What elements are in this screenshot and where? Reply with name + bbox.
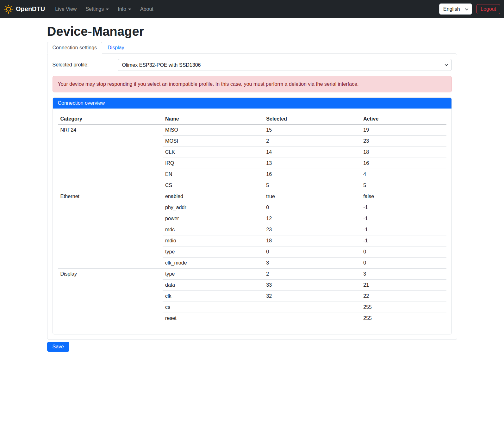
active-cell: 3 (361, 269, 446, 280)
profile-select[interactable]: Olimex ESP32-POE with SSD1306 (118, 59, 451, 71)
nav-item-label: Info (118, 6, 126, 12)
name-cell: data (163, 280, 264, 291)
brand-label: OpenDTU (16, 5, 45, 13)
selected-cell: 16 (264, 169, 361, 180)
name-cell: clk_mode (163, 258, 264, 269)
language-select[interactable]: English (439, 3, 472, 15)
nav-menu: Live ViewSettingsInfoAbout (51, 4, 158, 15)
selected-cell: 5 (264, 180, 361, 191)
sun-logo-icon (4, 4, 13, 14)
name-cell: reset (163, 313, 264, 324)
caret-down-icon (106, 9, 109, 10)
name-cell: IRQ (163, 158, 264, 169)
active-cell: 255 (361, 313, 446, 324)
language-select-wrap: English (439, 3, 472, 15)
selected-profile-label: Selected profile: (53, 62, 118, 68)
active-cell: 21 (361, 280, 446, 291)
active-cell: 0 (361, 246, 446, 258)
incompatible-profile-warning: Your device may stop responding if you s… (53, 76, 452, 92)
selected-cell: true (264, 191, 361, 202)
active-cell: 255 (361, 302, 446, 313)
name-cell: type (163, 269, 264, 280)
name-cell: mdio (163, 235, 264, 246)
selected-cell: 15 (264, 125, 361, 136)
main-container: Device-Manager Connection settings Displ… (43, 24, 461, 352)
table-header-row: Category Name Selected Active (58, 114, 446, 125)
nav-item-label: Live View (55, 6, 77, 12)
active-cell: 5 (361, 180, 446, 191)
selected-cell: 3 (264, 258, 361, 269)
selected-cell: 2 (264, 136, 361, 147)
tab-bar: Connection settings Display (47, 42, 457, 53)
column-header-name: Name (163, 114, 264, 125)
name-cell: clk (163, 291, 264, 302)
selected-cell (264, 313, 361, 324)
column-header-selected: Selected (264, 114, 361, 125)
table-row: Displaytype23 (58, 269, 446, 280)
nav-item-live-view[interactable]: Live View (55, 4, 77, 15)
brand-link[interactable]: OpenDTU (4, 4, 45, 14)
connection-overview-table: Category Name Selected Active NRF24MISO1… (58, 114, 446, 324)
connection-overview-header: Connection overview (53, 98, 451, 109)
name-cell: phy_addr (163, 202, 264, 213)
column-header-active: Active (361, 114, 446, 125)
selected-cell: 0 (264, 202, 361, 213)
name-cell: cs (163, 302, 264, 313)
selected-cell: 23 (264, 224, 361, 235)
table-row: Ethernetenabledtruefalse (58, 191, 446, 202)
selected-cell: 0 (264, 246, 361, 258)
name-cell: MOSI (163, 136, 264, 147)
category-cell: Ethernet (58, 191, 163, 269)
logout-button[interactable]: Logout (476, 4, 500, 14)
tab-content-card: Selected profile: Olimex ESP32-POE with … (47, 53, 457, 340)
active-cell: 23 (361, 136, 446, 147)
active-cell: false (361, 191, 446, 202)
nav-item-settings[interactable]: Settings (85, 4, 109, 15)
active-cell: 16 (361, 158, 446, 169)
tab-connection-settings[interactable]: Connection settings (47, 42, 103, 54)
name-cell: enabled (163, 191, 264, 202)
table-row: NRF24MISO1519 (58, 125, 446, 136)
nav-item-label: Settings (85, 6, 104, 12)
selected-cell: 18 (264, 235, 361, 246)
selected-cell: 14 (264, 147, 361, 158)
navbar: OpenDTU Live ViewSettingsInfoAbout Engli… (0, 0, 504, 18)
active-cell: -1 (361, 202, 446, 213)
name-cell: mdc (163, 224, 264, 235)
category-cell: NRF24 (58, 125, 163, 191)
selected-cell: 2 (264, 269, 361, 280)
navbar-left: OpenDTU Live ViewSettingsInfoAbout (4, 4, 158, 15)
selected-cell: 13 (264, 158, 361, 169)
caret-down-icon (128, 9, 131, 10)
nav-item-about[interactable]: About (140, 4, 153, 15)
category-cell: Display (58, 269, 163, 324)
connection-overview-card: Connection overview Category Name Select… (53, 97, 452, 334)
nav-item-label: About (140, 6, 153, 12)
name-cell: power (163, 213, 264, 224)
navbar-right: English Logout (439, 3, 500, 15)
connection-overview-body: Category Name Selected Active NRF24MISO1… (53, 109, 451, 334)
active-cell: -1 (361, 224, 446, 235)
name-cell: CLK (163, 147, 264, 158)
nav-item-info[interactable]: Info (118, 4, 131, 15)
tab-display[interactable]: Display (102, 42, 129, 54)
name-cell: type (163, 246, 264, 258)
active-cell: 18 (361, 147, 446, 158)
selected-cell: 33 (264, 280, 361, 291)
active-cell: 19 (361, 125, 446, 136)
name-cell: MISO (163, 125, 264, 136)
save-button[interactable]: Save (47, 342, 69, 352)
profile-row: Selected profile: Olimex ESP32-POE with … (53, 59, 452, 71)
name-cell: CS (163, 180, 264, 191)
active-cell: -1 (361, 235, 446, 246)
selected-cell: 12 (264, 213, 361, 224)
active-cell: 4 (361, 169, 446, 180)
selected-cell (264, 302, 361, 313)
page-title: Device-Manager (47, 24, 457, 39)
active-cell: 0 (361, 258, 446, 269)
name-cell: EN (163, 169, 264, 180)
profile-select-wrap: Olimex ESP32-POE with SSD1306 (118, 59, 451, 71)
column-header-category: Category (58, 114, 163, 125)
selected-cell: 32 (264, 291, 361, 302)
active-cell: 22 (361, 291, 446, 302)
